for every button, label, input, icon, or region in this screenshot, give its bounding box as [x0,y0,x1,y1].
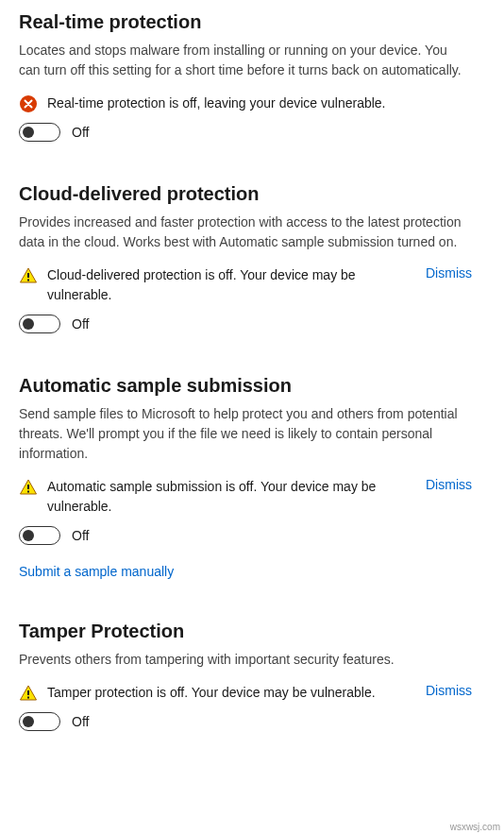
cloud-protection-toggle[interactable] [19,315,60,333]
section-description: Prevents others from tampering with impo… [19,650,472,670]
section-description: Send sample files to Microsoft to help p… [19,404,472,464]
section-description: Locates and stops malware from installin… [19,41,472,80]
alert-text: Automatic sample submission is off. Your… [47,477,409,517]
svg-rect-2 [27,280,29,281]
section-title: Real-time protection [19,11,485,33]
svg-rect-4 [27,491,29,493]
toggle-row: Off [19,123,485,142]
dismiss-link[interactable]: Dismiss [426,477,472,492]
alert-text: Cloud-delivered protection is off. Your … [47,265,409,305]
toggle-row: Off [19,712,485,731]
toggle-row: Off [19,315,485,333]
section-description: Provides increased and faster protection… [19,213,472,252]
dismiss-link[interactable]: Dismiss [426,683,472,698]
sample-submission-toggle[interactable] [19,526,60,545]
warning-icon [19,266,38,285]
section-title: Automatic sample submission [19,375,485,397]
toggle-row: Off [19,526,485,545]
section-sample-submission: Automatic sample submission Send sample … [19,375,485,579]
alert-row: Tamper protection is off. Your device ma… [19,683,472,703]
error-icon [19,94,38,113]
alert-text: Real-time protection is off, leaving you… [47,94,472,113]
submit-sample-link[interactable]: Submit a sample manually [19,564,174,579]
warning-icon [19,478,38,497]
realtime-protection-toggle[interactable] [19,123,60,142]
toggle-state-label: Off [72,714,89,729]
alert-row: Cloud-delivered protection is off. Your … [19,265,472,305]
tamper-protection-toggle[interactable] [19,712,60,731]
dismiss-link[interactable]: Dismiss [426,265,472,281]
section-cloud-protection: Cloud-delivered protection Provides incr… [19,183,485,333]
warning-icon [19,684,38,703]
section-title: Cloud-delivered protection [19,183,485,205]
alert-row: Automatic sample submission is off. Your… [19,477,472,517]
svg-rect-1 [27,273,29,278]
section-tamper-protection: Tamper Protection Prevents others from t… [19,621,485,731]
alert-text: Tamper protection is off. Your device ma… [47,683,409,703]
toggle-state-label: Off [72,528,89,543]
svg-rect-6 [27,697,29,699]
alert-row: Real-time protection is off, leaving you… [19,94,472,113]
svg-rect-3 [27,485,29,489]
svg-rect-5 [27,690,29,695]
toggle-state-label: Off [72,125,89,140]
section-title: Tamper Protection [19,621,485,642]
toggle-state-label: Off [72,316,89,332]
section-realtime-protection: Real-time protection Locates and stops m… [19,11,485,142]
